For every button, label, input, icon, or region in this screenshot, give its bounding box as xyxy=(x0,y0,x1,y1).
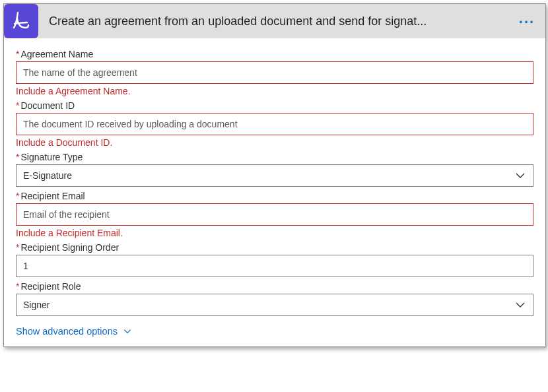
card-header: Create an agreement from an uploaded doc… xyxy=(4,4,545,38)
show-advanced-options-link[interactable]: Show advanced options xyxy=(16,325,133,337)
document-id-error: Include a Document ID. xyxy=(16,137,533,148)
chevron-down-icon xyxy=(514,299,526,311)
recipient-email-input[interactable] xyxy=(23,209,526,220)
signature-type-select[interactable]: E-Signature xyxy=(16,164,533,187)
recipient-role-label: *Recipient Role xyxy=(16,281,533,292)
recipient-signing-order-input[interactable] xyxy=(23,261,526,271)
recipient-email-error: Include a Recipient Email. xyxy=(16,228,533,238)
card-menu-button[interactable]: ... xyxy=(514,10,540,32)
chevron-down-icon xyxy=(514,170,526,181)
recipient-role-select[interactable]: Signer xyxy=(16,294,533,316)
card-title: Create an agreement from an uploaded doc… xyxy=(38,15,514,28)
recipient-email-label: *Recipient Email xyxy=(16,191,533,201)
agreement-name-input[interactable] xyxy=(23,67,526,78)
advanced-options-label: Show advanced options xyxy=(16,326,118,337)
recipient-signing-order-input-wrap xyxy=(16,255,533,277)
document-id-input-wrap xyxy=(16,113,533,135)
signature-type-value: E-Signature xyxy=(23,170,72,181)
chevron-down-icon xyxy=(121,325,133,337)
agreement-name-input-wrap xyxy=(16,61,533,84)
document-id-input[interactable] xyxy=(23,119,526,129)
agreement-name-label: *Agreement Name xyxy=(16,49,533,59)
adobe-sign-icon xyxy=(4,4,38,38)
form-body: *Agreement Name Include a Agreement Name… xyxy=(4,38,545,346)
action-card: Create an agreement from an uploaded doc… xyxy=(3,3,546,347)
recipient-email-input-wrap xyxy=(16,203,533,226)
signature-type-label: *Signature Type xyxy=(16,152,533,162)
agreement-name-error: Include a Agreement Name. xyxy=(16,86,533,96)
recipient-role-value: Signer xyxy=(23,300,50,310)
recipient-signing-order-label: *Recipient Signing Order xyxy=(16,242,533,253)
document-id-label: *Document ID xyxy=(16,100,533,111)
